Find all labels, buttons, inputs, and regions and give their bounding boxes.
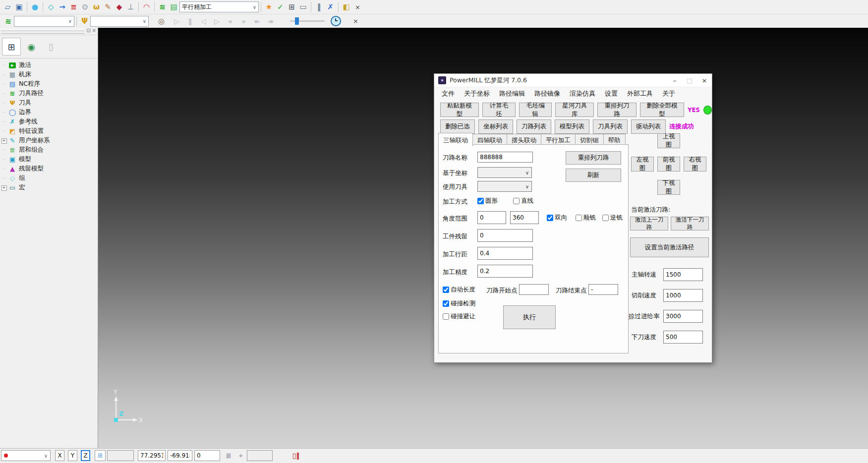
tree-item-macros[interactable]: +宏 <box>0 183 98 192</box>
workplane-select[interactable]: ∨ <box>1 450 51 461</box>
skim-feed-input[interactable] <box>663 310 703 323</box>
close-button[interactable]: × <box>697 74 712 86</box>
sim-tool-icon[interactable] <box>79 15 90 27</box>
tool-holder-icon[interactable] <box>125 1 136 13</box>
collision-check-checkbox[interactable]: 碰撞检测 <box>443 299 475 308</box>
increment-field[interactable] <box>247 450 273 461</box>
toolpath-icon[interactable] <box>157 1 168 13</box>
recycle-bin-tab[interactable] <box>42 38 60 56</box>
clock-icon[interactable] <box>331 16 341 26</box>
based-coord-select[interactable]: ∨ <box>477 167 532 178</box>
tree-item-levels[interactable]: 层和组合 <box>0 145 98 155</box>
strategy-list-icon[interactable] <box>168 1 179 13</box>
tolerance-input[interactable] <box>477 265 533 278</box>
mirror-cut-icon[interactable] <box>325 1 336 13</box>
axis-z-button[interactable]: Z <box>81 450 90 461</box>
circle-checkbox[interactable]: 圆形 <box>477 197 498 205</box>
create-block-icon[interactable] <box>45 1 57 13</box>
dialog-titlebar[interactable]: PowerMILL 忆梦星河 7.0.6 – □ × <box>434 74 712 87</box>
sim-tool-select[interactable]: ∨ <box>90 16 149 27</box>
menu-item-5[interactable]: 渲染仿真 <box>570 89 595 98</box>
tree-item-feature-sets[interactable]: 特征设置 <box>0 126 98 136</box>
rewind-icon[interactable] <box>225 15 236 27</box>
view-front-button[interactable]: 前视图 <box>657 157 680 172</box>
grid-size-field[interactable] <box>107 450 134 461</box>
menu-item-8[interactable]: 关于 <box>662 89 675 98</box>
tab-1[interactable]: 三轴联动 <box>438 133 473 146</box>
curve-editor-icon[interactable] <box>102 1 114 13</box>
pause-device-icon[interactable]: ▯‖ <box>290 450 302 461</box>
execute-button[interactable]: 执行 <box>503 305 556 329</box>
climb-mill-checkbox[interactable]: 顺铣 <box>576 214 596 222</box>
panel-float-icon[interactable]: ⊡ <box>87 28 91 33</box>
list-button-3[interactable]: 刀路列表 <box>517 119 551 134</box>
menu-item-2[interactable]: 关于坐标 <box>464 89 490 98</box>
macro-star-icon[interactable] <box>263 1 275 13</box>
tree-item-workplanes[interactable]: +用户坐标系 <box>0 136 98 145</box>
auto-length-checkbox[interactable]: 自动长度 <box>443 286 475 294</box>
cylinders-icon[interactable] <box>341 1 352 13</box>
slider-handle[interactable] <box>295 17 299 25</box>
axis-x-button[interactable]: X <box>55 450 64 461</box>
to-start-icon[interactable] <box>251 15 263 27</box>
menu-item-4[interactable]: 路径镜像 <box>534 89 560 98</box>
conventional-mill-checkbox[interactable]: 逆铣 <box>602 214 623 222</box>
probe-icon[interactable]: ⌖ <box>236 450 245 461</box>
tree-item-toolpaths[interactable]: 刀具路径 <box>0 89 98 98</box>
view-left-button[interactable]: 左视图 <box>631 157 654 172</box>
action-button-1[interactable]: 粘贴新模型 <box>440 103 479 117</box>
save-icon[interactable] <box>13 1 25 13</box>
measure-icon[interactable] <box>297 1 309 13</box>
angle-from-input[interactable] <box>477 211 506 224</box>
maximize-button[interactable]: □ <box>682 74 697 86</box>
render-shading-icon[interactable] <box>29 1 41 13</box>
step-back-icon[interactable] <box>198 15 209 27</box>
tree-item-models[interactable]: 模型 <box>0 155 98 164</box>
close-toolbar-icon[interactable] <box>352 1 363 13</box>
grid-toggle-button[interactable]: ⊞ <box>95 450 106 461</box>
plunge-speed-input[interactable] <box>663 331 703 344</box>
menu-item-6[interactable]: 设置 <box>605 89 618 98</box>
stock-remain-input[interactable] <box>477 229 533 242</box>
verify-ok-icon[interactable] <box>275 1 286 13</box>
list-button-4[interactable]: 模型列表 <box>555 119 589 134</box>
action-button-6[interactable]: 删除全部模型 <box>640 103 685 117</box>
use-tool-select[interactable]: ∨ <box>477 181 532 192</box>
coord-x-field[interactable] <box>138 450 166 461</box>
strategy-select[interactable]: 平行精加工 ∨ <box>179 1 259 12</box>
leads-links-icon[interactable] <box>141 1 152 13</box>
expand-icon[interactable]: + <box>0 138 8 144</box>
menu-item-1[interactable]: 文件 <box>442 89 455 98</box>
list-button-6[interactable]: 驱动列表 <box>631 119 666 134</box>
axis-y-button[interactable]: Y <box>68 450 77 461</box>
pause-icon[interactable] <box>184 15 196 27</box>
panel-dock-strip[interactable]: ⊡ × <box>0 28 98 35</box>
nc-program-icon[interactable] <box>68 1 79 13</box>
action-button-3[interactable]: 毛坯编辑 <box>519 103 552 117</box>
tree-item-activate[interactable]: 激活 <box>0 60 98 70</box>
tree-item-nc-programs[interactable]: NC程序 <box>0 79 98 89</box>
web-globe-tab[interactable] <box>22 38 41 56</box>
step-fwd-icon[interactable] <box>211 15 223 27</box>
expand-icon[interactable]: + <box>0 185 8 191</box>
close-sim-icon[interactable] <box>350 15 361 27</box>
list-button-1[interactable]: 删除已选 <box>440 119 475 134</box>
view-bottom-button[interactable]: 下视图 <box>657 180 680 195</box>
list-button-5[interactable]: 刀具列表 <box>593 119 628 134</box>
play-icon[interactable] <box>171 15 182 27</box>
angle-to-input[interactable] <box>510 211 539 224</box>
collision-avoid-checkbox[interactable]: 碰撞避让 <box>443 312 475 321</box>
spindle-speed-input[interactable] <box>663 268 703 281</box>
view-top-button[interactable]: 上视图 <box>657 133 680 148</box>
tree-item-boundaries[interactable]: 边界 <box>0 108 98 117</box>
action-button-5[interactable]: 重排列刀路 <box>597 103 636 117</box>
rapid-move-icon[interactable] <box>57 1 68 13</box>
line-checkbox[interactable]: 直线 <box>513 197 533 205</box>
coord-z-field[interactable] <box>194 450 220 461</box>
tree-item-machine-tool[interactable]: 机床 <box>0 70 98 79</box>
rearrange-toolpath-button[interactable]: 重排列刀路 <box>566 151 621 165</box>
menu-item-3[interactable]: 路径编辑 <box>499 89 525 98</box>
tool-ball-icon[interactable] <box>79 1 91 13</box>
panel-close-icon[interactable]: × <box>92 28 96 33</box>
sim-toolpath-select[interactable]: ∨ <box>14 16 74 27</box>
